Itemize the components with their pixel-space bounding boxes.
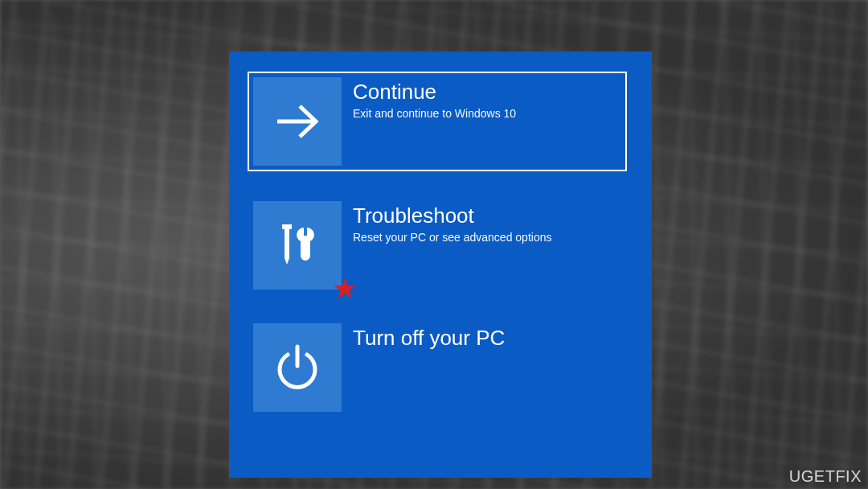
continue-text: Continue Exit and continue to Windows 10 [353,77,516,120]
troubleshoot-tile [253,201,342,290]
troubleshoot-text: Troubleshoot Reset your PC or see advanc… [353,201,551,244]
option-title: Continue [353,80,516,104]
watermark-text: UGETFIX [789,467,862,486]
power-tile [253,323,342,412]
option-power-off[interactable]: Turn off your PC [253,323,505,412]
option-troubleshoot[interactable]: Troubleshoot Reset your PC or see advanc… [253,201,551,290]
continue-tile [253,77,342,166]
svg-marker-2 [285,250,289,265]
option-continue[interactable]: Continue Exit and continue to Windows 10 [248,72,626,171]
option-title: Turn off your PC [353,327,505,350]
option-desc: Exit and continue to Windows 10 [353,107,516,120]
tools-icon [268,216,326,274]
power-text: Turn off your PC [353,323,505,353]
option-title: Troubleshoot [353,204,551,228]
option-desc: Reset your PC or see advanced options [353,231,551,244]
recovery-options-panel: Continue Exit and continue to Windows 10 [229,51,652,478]
arrow-right-icon [269,93,326,150]
svg-rect-1 [285,228,289,250]
svg-rect-3 [282,224,292,229]
power-icon [270,340,325,395]
